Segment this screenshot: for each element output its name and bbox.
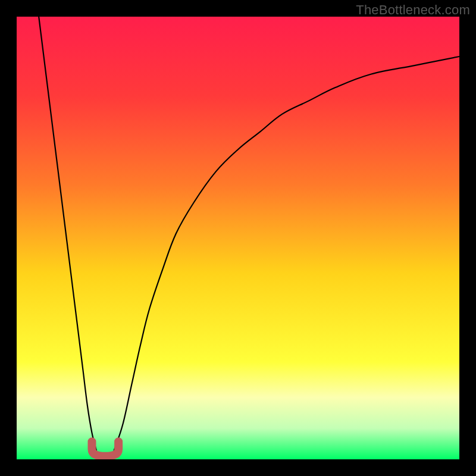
plot-area <box>17 17 459 459</box>
gradient-background <box>17 17 459 459</box>
attribution-label: TheBottleneck.com <box>356 2 470 18</box>
chart-frame: TheBottleneck.com <box>0 0 476 476</box>
chart-svg <box>17 17 459 459</box>
